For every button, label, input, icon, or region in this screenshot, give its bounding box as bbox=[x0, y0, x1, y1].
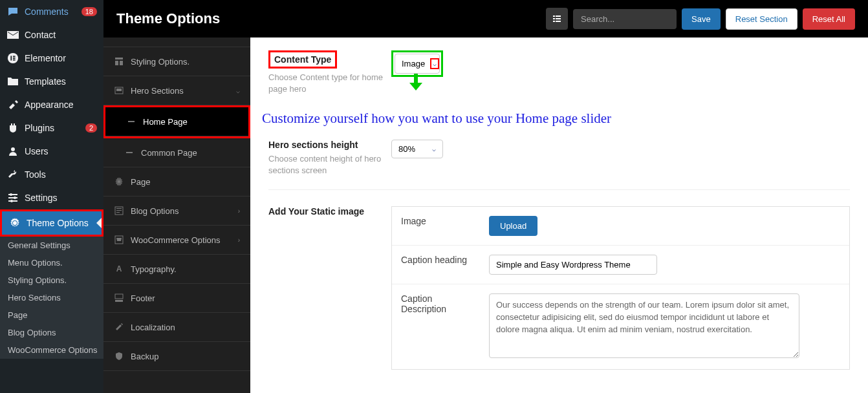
hero-icon bbox=[114, 85, 124, 96]
sec-label: Home Page bbox=[143, 117, 188, 127]
submenu-hero[interactable]: Hero Sections bbox=[0, 289, 103, 306]
sec-label: Hero Sections bbox=[131, 86, 230, 96]
sidebar-item-appearance[interactable]: Appearance bbox=[0, 93, 103, 116]
sidebar-label: Appearance bbox=[25, 100, 97, 110]
svg-point-12 bbox=[13, 221, 17, 225]
sec-label: Backup bbox=[131, 352, 240, 361]
search-input[interactable] bbox=[573, 9, 677, 29]
comments-badge: 18 bbox=[81, 7, 97, 16]
hero-height-select[interactable]: 80% ⌵ bbox=[391, 140, 443, 158]
sec-item-blog[interactable]: Blog Options › bbox=[103, 197, 250, 226]
customize-note: Customize yourself how you want to use y… bbox=[262, 111, 850, 127]
caption-desc-label: Caption Description bbox=[392, 284, 489, 369]
sec-item-typography[interactable]: A Typography. bbox=[103, 255, 250, 284]
sidebar-item-users[interactable]: Users bbox=[0, 140, 103, 163]
separator bbox=[268, 189, 850, 190]
gear-icon bbox=[8, 217, 21, 229]
chevron-down-icon: ⌵ bbox=[432, 145, 436, 153]
sidebar-item-settings[interactable]: Settings bbox=[0, 186, 103, 209]
caption-heading-input[interactable] bbox=[489, 255, 657, 275]
svg-rect-30 bbox=[116, 212, 120, 213]
submenu-woo[interactable]: WooCommerce Options bbox=[0, 341, 103, 359]
sec-sub-home-page[interactable]: Home Page bbox=[105, 107, 248, 136]
plugins-badge: 2 bbox=[85, 123, 97, 133]
sidebar-label: Comments bbox=[25, 6, 76, 17]
chevron-right-icon: › bbox=[238, 207, 240, 215]
gear-icon bbox=[114, 176, 124, 187]
sec-label: Styling Options. bbox=[131, 57, 240, 67]
caption-desc-textarea[interactable] bbox=[489, 293, 799, 358]
sec-item-footer[interactable]: Footer bbox=[103, 284, 250, 313]
submenu-styling[interactable]: Styling Options. bbox=[0, 271, 103, 289]
save-button[interactable]: Save bbox=[682, 8, 721, 30]
main-panel: Content Type Choose Content type for hom… bbox=[250, 37, 868, 393]
content-type-label: Content Type bbox=[268, 50, 391, 69]
content-type-select[interactable]: Image ⌵ bbox=[395, 54, 440, 74]
svg-rect-25 bbox=[126, 152, 133, 153]
cart-icon bbox=[114, 235, 124, 245]
sidebar-item-elementor[interactable]: Elementor bbox=[0, 47, 103, 70]
reset-all-button[interactable]: Reset All bbox=[803, 8, 855, 30]
upload-button[interactable]: Upload bbox=[489, 216, 537, 236]
svg-rect-16 bbox=[556, 18, 561, 19]
static-image-label: Add Your Static image bbox=[268, 206, 391, 217]
svg-rect-13 bbox=[553, 16, 555, 17]
svg-rect-15 bbox=[553, 18, 555, 19]
page-title: Theme Options bbox=[116, 10, 546, 27]
sec-item-localization[interactable]: Localization bbox=[103, 313, 250, 342]
static-image-fields: Image Upload Caption heading Caption Des… bbox=[391, 206, 850, 370]
elementor-icon bbox=[6, 52, 19, 65]
svg-rect-14 bbox=[556, 16, 561, 17]
sec-sub-common-page[interactable]: Common Page bbox=[103, 138, 250, 167]
submenu-menu[interactable]: Menu Options. bbox=[0, 254, 103, 271]
sidebar-label: Plugins bbox=[25, 123, 80, 133]
layout-icon bbox=[114, 56, 124, 67]
sec-item-backup[interactable]: Backup bbox=[103, 342, 250, 371]
footer-icon bbox=[114, 293, 124, 303]
svg-rect-23 bbox=[116, 89, 122, 91]
sidebar-item-tools[interactable]: Tools bbox=[0, 163, 103, 186]
svg-rect-34 bbox=[414, 74, 418, 83]
content-type-desc: Choose Content type for home page hero bbox=[268, 72, 391, 95]
sidebar-item-plugins[interactable]: Plugins 2 bbox=[0, 116, 103, 140]
sidebar-label: Tools bbox=[25, 169, 97, 180]
sidebar-item-contact[interactable]: Contact bbox=[0, 23, 103, 47]
sec-item-page[interactable]: Page bbox=[103, 167, 250, 197]
sidebar-item-templates[interactable]: Templates bbox=[0, 70, 103, 93]
svg-point-5 bbox=[11, 147, 15, 151]
toggle-list-button[interactable] bbox=[546, 8, 568, 30]
hero-height-label: Hero sections height bbox=[268, 140, 391, 150]
sec-label: Blog Options bbox=[131, 206, 232, 216]
submenu-general[interactable]: General Settings bbox=[0, 237, 103, 254]
sec-label: Common Page bbox=[141, 148, 197, 158]
sidebar-label: Theme Options bbox=[27, 218, 95, 228]
sidebar-item-comments[interactable]: Comments 18 bbox=[0, 0, 103, 23]
header-bar: Theme Options Save Reset Section Reset A… bbox=[103, 0, 868, 37]
svg-point-11 bbox=[10, 200, 13, 202]
svg-rect-17 bbox=[553, 21, 555, 22]
sidebar-item-theme-options[interactable]: Theme Options bbox=[2, 211, 102, 235]
sec-item-styling[interactable]: Styling Options. bbox=[103, 47, 250, 76]
sec-label: Page bbox=[131, 177, 240, 187]
image-label: Image bbox=[392, 207, 489, 245]
speech-bubble-icon bbox=[6, 5, 19, 18]
svg-rect-19 bbox=[115, 58, 123, 59]
svg-rect-28 bbox=[116, 208, 122, 209]
submenu-page[interactable]: Page bbox=[0, 306, 103, 324]
reset-section-button[interactable]: Reset Section bbox=[726, 8, 797, 30]
chevron-down-icon: ⌵ bbox=[430, 58, 439, 69]
folder-icon bbox=[6, 75, 19, 88]
sidebar-label: Users bbox=[25, 146, 97, 156]
list-icon bbox=[552, 14, 562, 24]
sliders-icon bbox=[6, 191, 19, 204]
submenu-blog[interactable]: Blog Options bbox=[0, 324, 103, 341]
sec-item-hero[interactable]: Hero Sections ⌵ bbox=[103, 76, 250, 105]
secondary-sidebar: Styling Options. Hero Sections ⌵ Home Pa… bbox=[103, 37, 250, 393]
pencil-icon bbox=[114, 322, 124, 332]
svg-rect-32 bbox=[115, 294, 123, 299]
sec-label: Typography. bbox=[131, 264, 240, 274]
sec-item-woo[interactable]: WooCommerce Options › bbox=[103, 226, 250, 255]
sec-item-truncated[interactable] bbox=[103, 37, 250, 47]
select-value: 80% bbox=[398, 144, 415, 154]
chevron-down-icon: ⌵ bbox=[236, 87, 240, 94]
